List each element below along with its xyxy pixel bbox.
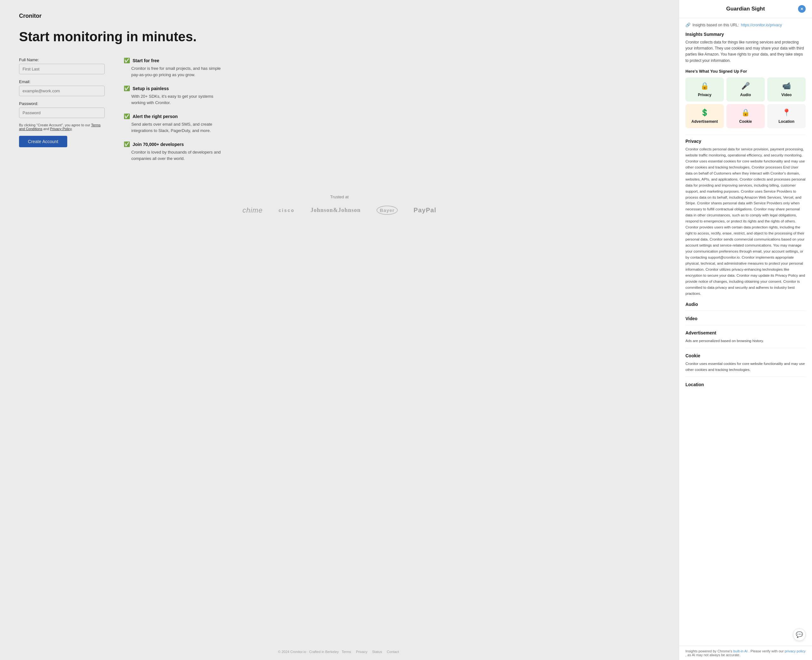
advertisement-detail-text: Ads are personalized based on browsing h…	[685, 338, 806, 344]
insights-summary-title: Insights Summary	[685, 32, 806, 37]
cookie-label: Cookie	[739, 119, 752, 124]
video-detail-title: Video	[685, 316, 806, 321]
feature-desc-1: Cronitor is free for small projects, and…	[124, 65, 225, 78]
privacy-link[interactable]: Privacy Policy	[50, 127, 72, 131]
footer: © 2024 Cronitor.io · Crafted in Berkeley…	[0, 650, 679, 654]
hero-title: Start monitoring in minutes.	[19, 29, 660, 45]
features-section: ✅ Start for free Cronitor is free for sm…	[124, 57, 225, 169]
create-account-button[interactable]: Create Account	[19, 136, 67, 147]
privacy-label: Privacy	[698, 93, 711, 97]
insights-url-row: 🔗 Insights based on this URL: https://cr…	[685, 22, 806, 27]
footer-terms[interactable]: Terms	[342, 650, 351, 654]
audio-icon: 🎤	[741, 82, 750, 90]
feature-title-1: Start for free	[133, 58, 159, 63]
permission-cookie[interactable]: 🔒 Cookie	[727, 104, 765, 128]
video-icon: 📹	[782, 82, 791, 90]
feature-item-3: ✅ Alert the right person Send alerts ove…	[124, 113, 225, 133]
close-button[interactable]: ×	[798, 5, 806, 13]
permission-advertisement[interactable]: 💲 Advertisement	[685, 104, 724, 128]
guardian-body: 🔗 Insights based on this URL: https://cr…	[679, 18, 812, 646]
link-icon: 🔗	[685, 22, 690, 27]
trusted-section: Trusted at chime cisco Johnson&Johnson B…	[19, 195, 660, 215]
permission-video[interactable]: 📹 Video	[767, 78, 806, 102]
permission-grid: 🔒 Privacy 🎤 Audio 📹 Video 💲 Advertisemen…	[685, 78, 806, 128]
privacy-policy-link[interactable]: privacy policy	[785, 649, 806, 653]
check-icon-3: ✅	[124, 113, 130, 119]
logo-cisco: cisco	[279, 208, 294, 213]
advertisement-detail-title: Advertisement	[685, 330, 806, 335]
footer-text3: , as AI may not always be accurate.	[685, 653, 740, 657]
guardian-title: Guardian Sight	[693, 6, 798, 12]
advertisement-icon: 💲	[700, 108, 709, 117]
main-content: Cronitor Start monitoring in minutes. Fu…	[0, 0, 679, 660]
check-icon-4: ✅	[124, 141, 130, 147]
password-label: Password:	[19, 101, 104, 106]
trusted-label: Trusted at	[19, 195, 660, 199]
insights-url-link[interactable]: https://cronitor.io/privacy	[741, 23, 782, 27]
feature-desc-2: With 20+ SDKs, it's easy to get your sys…	[124, 93, 225, 106]
location-detail-title: Location	[685, 382, 806, 387]
advertisement-label: Advertisement	[692, 119, 718, 124]
privacy-detail-title: Privacy	[685, 139, 806, 144]
logo-jnj: Johnson&Johnson	[310, 207, 361, 214]
cookie-icon: 🔒	[741, 108, 750, 117]
footer-insights-text: Insights powered by Chrome's	[685, 649, 733, 653]
feature-item-2: ✅ Setup is painless With 20+ SDKs, it's …	[124, 86, 225, 106]
feature-item-1: ✅ Start for free Cronitor is free for sm…	[124, 57, 225, 78]
guardian-header: Guardian Sight ×	[679, 0, 812, 18]
feature-desc-3: Send alerts over email and SMS, and crea…	[124, 121, 225, 133]
full-name-group: Full Name:	[19, 57, 104, 74]
logo-paypal: PayPal	[414, 206, 437, 214]
logo-bayer: Bayer	[377, 206, 398, 215]
check-icon-1: ✅	[124, 57, 130, 63]
permission-location[interactable]: 📍 Location	[767, 104, 806, 128]
feature-title-3: Alert the right person	[133, 114, 177, 119]
full-name-input[interactable]	[19, 64, 104, 74]
agreement-text: By clicking "Create Account", you agree …	[19, 123, 104, 131]
footer-text2: . Please verify with our	[749, 649, 785, 653]
privacy-icon: 🔒	[700, 82, 709, 90]
video-label: Video	[781, 93, 791, 97]
logo: Cronitor	[19, 13, 660, 19]
feature-desc-4: Cronitor is loved by thousands of develo…	[124, 149, 225, 162]
footer-contact[interactable]: Contact	[387, 650, 399, 654]
email-label: Email:	[19, 79, 104, 84]
chat-icon: 💬	[796, 631, 803, 638]
permission-audio[interactable]: 🎤 Audio	[727, 78, 765, 102]
built-in-ai-link[interactable]: built-in AI	[733, 649, 748, 653]
audio-detail-title: Audio	[685, 302, 806, 307]
check-icon-2: ✅	[124, 86, 130, 91]
footer-privacy[interactable]: Privacy	[356, 650, 367, 654]
password-group: Password:	[19, 101, 104, 118]
chat-button[interactable]: 💬	[793, 628, 806, 641]
audio-label: Audio	[740, 93, 751, 97]
cookie-detail-text: Cronitor uses essential cookies for core…	[685, 361, 806, 373]
copyright: © 2024 Cronitor.io · Crafted in Berkeley	[278, 650, 339, 654]
insights-prefix: Insights based on this URL:	[692, 23, 739, 27]
location-label: Location	[779, 119, 795, 124]
full-name-label: Full Name:	[19, 57, 104, 62]
permission-privacy[interactable]: 🔒 Privacy	[685, 78, 724, 102]
guardian-panel: Guardian Sight × 🔗 Insights based on thi…	[679, 0, 812, 660]
feature-title-4: Join 70,000+ developers	[133, 142, 184, 147]
insights-summary-text: Cronitor collects data for things like r…	[685, 39, 806, 64]
email-group: Email:	[19, 79, 104, 96]
location-icon: 📍	[782, 108, 791, 117]
feature-item-4: ✅ Join 70,000+ developers Cronitor is lo…	[124, 141, 225, 162]
privacy-detail-text: Cronitor collects personal data for serv…	[685, 146, 806, 297]
password-input[interactable]	[19, 108, 104, 118]
footer-status[interactable]: Status	[372, 650, 382, 654]
cookie-detail-title: Cookie	[685, 353, 806, 358]
email-input[interactable]	[19, 86, 104, 96]
signup-form: Full Name: Email: Password: By clicking …	[19, 57, 104, 169]
trusted-logos: chime cisco Johnson&Johnson Bayer PayPal	[19, 206, 660, 215]
logo-chime: chime	[243, 206, 263, 214]
feature-title-2: Setup is painless	[133, 86, 169, 91]
guardian-footer: Insights powered by Chrome's built-in AI…	[679, 646, 812, 660]
signed-up-title: Here's What You Signed Up For	[685, 69, 806, 74]
privacy-detail: Privacy Cronitor collects personal data …	[685, 139, 806, 297]
